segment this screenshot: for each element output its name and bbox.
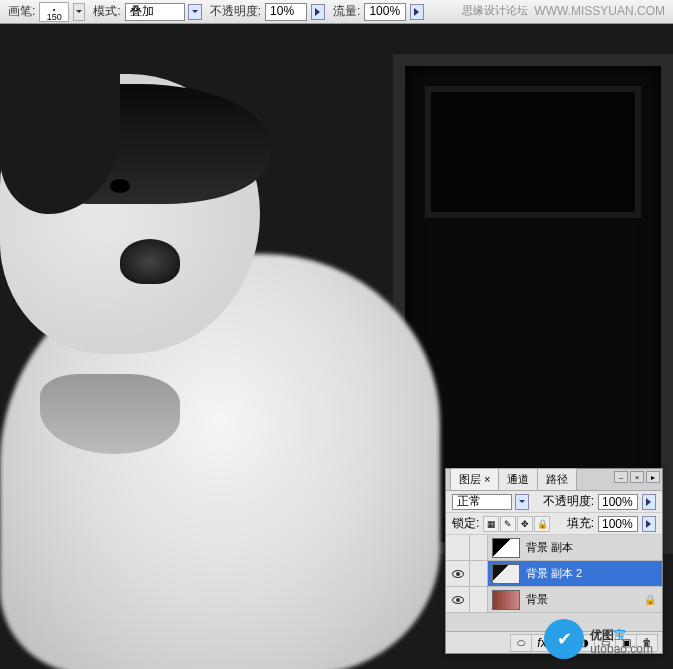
watermark-title: 优图宝 bbox=[590, 623, 653, 644]
layer-row[interactable]: 背景 副本 bbox=[446, 535, 662, 561]
opacity-flyout[interactable] bbox=[311, 4, 325, 20]
eye-icon bbox=[452, 596, 464, 604]
lock-position-icon[interactable]: ✥ bbox=[517, 516, 533, 532]
opacity-label: 不透明度: bbox=[210, 3, 261, 20]
panel-tabs: 图层 × 通道 路径 – × ▸ bbox=[446, 469, 662, 491]
lock-label: 锁定: bbox=[452, 515, 479, 532]
layer-thumb[interactable] bbox=[492, 564, 520, 584]
layer-thumb[interactable] bbox=[492, 590, 520, 610]
bird-icon: ✔ bbox=[544, 619, 584, 659]
link-toggle[interactable] bbox=[470, 587, 488, 612]
tab-layers[interactable]: 图层 × bbox=[450, 468, 499, 490]
flow-flyout[interactable] bbox=[410, 4, 424, 20]
brush-label: 画笔: bbox=[8, 3, 35, 20]
layer-opacity-input[interactable]: 100% bbox=[598, 494, 638, 510]
layer-list: 背景 副本 背景 副本 2 背景 🔒 bbox=[446, 535, 662, 631]
mode-label: 模式: bbox=[93, 3, 120, 20]
blend-opacity-row: 正常 不透明度: 100% bbox=[446, 491, 662, 513]
layer-opacity-label: 不透明度: bbox=[543, 493, 594, 510]
layer-name: 背景 副本 bbox=[526, 540, 573, 555]
link-toggle[interactable] bbox=[470, 535, 488, 560]
menu-icon[interactable]: ▸ bbox=[646, 471, 660, 483]
visibility-toggle[interactable] bbox=[446, 561, 470, 586]
blend-mode-select[interactable]: 叠加 bbox=[125, 3, 185, 21]
visibility-toggle[interactable] bbox=[446, 587, 470, 612]
lock-transparent-icon[interactable]: ▦ bbox=[483, 516, 499, 532]
lock-pixels-icon[interactable]: ✎ bbox=[500, 516, 516, 532]
layer-row[interactable]: 背景 🔒 bbox=[446, 587, 662, 613]
watermark-url: utobao.com bbox=[590, 642, 653, 656]
layer-blend-arrow[interactable] bbox=[515, 494, 529, 510]
brush-picker-dropdown[interactable] bbox=[73, 3, 85, 21]
tab-paths[interactable]: 路径 bbox=[537, 468, 577, 490]
fill-flyout[interactable] bbox=[642, 516, 656, 532]
fill-input[interactable]: 100% bbox=[598, 516, 638, 532]
lock-all-icon[interactable]: 🔒 bbox=[534, 516, 550, 532]
watermark-top: 思缘设计论坛 WWW.MISSYUAN.COM bbox=[462, 3, 665, 18]
layer-thumb[interactable] bbox=[492, 538, 520, 558]
close-icon[interactable]: × bbox=[630, 471, 644, 483]
layer-blend-select[interactable]: 正常 bbox=[452, 494, 512, 510]
layer-name: 背景 bbox=[526, 592, 548, 607]
blend-mode-arrow[interactable] bbox=[188, 4, 202, 20]
lock-icon: 🔒 bbox=[644, 594, 656, 605]
flow-label: 流量: bbox=[333, 3, 360, 20]
lock-fill-row: 锁定: ▦ ✎ ✥ 🔒 填充: 100% bbox=[446, 513, 662, 535]
brush-preview[interactable]: 150 bbox=[39, 2, 69, 22]
link-layers-icon[interactable]: ⬭ bbox=[510, 634, 532, 652]
eye-icon bbox=[452, 570, 464, 578]
flow-input[interactable]: 100% bbox=[364, 3, 406, 21]
minimize-icon[interactable]: – bbox=[614, 471, 628, 483]
layer-name: 背景 副本 2 bbox=[526, 566, 582, 581]
tab-channels[interactable]: 通道 bbox=[498, 468, 538, 490]
layer-opacity-flyout[interactable] bbox=[642, 494, 656, 510]
opacity-input[interactable]: 10% bbox=[265, 3, 307, 21]
visibility-toggle[interactable] bbox=[446, 535, 470, 560]
watermark-bottom: ✔ 优图宝 utobao.com bbox=[544, 619, 653, 659]
layer-row[interactable]: 背景 副本 2 bbox=[446, 561, 662, 587]
link-toggle[interactable] bbox=[470, 561, 488, 586]
fill-label: 填充: bbox=[567, 515, 594, 532]
